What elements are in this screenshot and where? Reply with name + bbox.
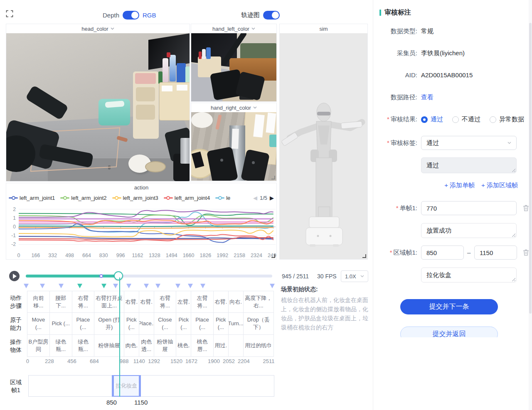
submit-back-button[interactable]: 提交并返回 bbox=[400, 327, 498, 337]
object-cell[interactable]: 肉色. bbox=[124, 335, 139, 356]
region-frame-track[interactable]: 拉化妆盒 bbox=[28, 375, 274, 397]
object-cell[interactable]: 粉饼抽屉 bbox=[154, 335, 176, 356]
legend-item-left_arm_joint2[interactable]: left_arm_joint2 bbox=[60, 195, 106, 201]
timeline-marker-icon[interactable] bbox=[188, 284, 193, 288]
ability-cell[interactable]: Place (... bbox=[72, 313, 94, 334]
region-note-textarea[interactable]: 拉化妆盒 bbox=[421, 268, 517, 282]
object-cell[interactable] bbox=[229, 335, 243, 356]
ability-cell[interactable]: Place (... bbox=[191, 313, 213, 334]
legend-next-icon[interactable]: ▶ bbox=[270, 195, 274, 201]
timeline-slider[interactable] bbox=[26, 275, 272, 277]
timeline-marker-icon[interactable] bbox=[200, 284, 205, 288]
trajectory-toggle[interactable] bbox=[263, 11, 280, 20]
resize-handle-icon[interactable] bbox=[362, 254, 366, 258]
timeline-marker-icon[interactable] bbox=[113, 284, 118, 288]
timeline-marker-icon[interactable] bbox=[101, 284, 106, 288]
radio-option-不通过[interactable]: 不通过 bbox=[452, 115, 480, 123]
ability-cell[interactable]: Move (... bbox=[27, 313, 49, 334]
radio-option-通过[interactable]: 通过 bbox=[421, 115, 443, 123]
timeline-marker-icon[interactable] bbox=[144, 284, 149, 288]
tissue-wad bbox=[191, 112, 213, 128]
ability-cell[interactable]: Turn... bbox=[229, 313, 243, 334]
speed-select[interactable]: 1.0X bbox=[341, 270, 368, 282]
field-value: A2D0015AB00015 bbox=[421, 71, 473, 79]
single-frame-input[interactable]: 770 bbox=[421, 201, 517, 215]
fullscreen-icon[interactable] bbox=[6, 10, 13, 17]
region-right-handle[interactable] bbox=[138, 383, 138, 389]
object-cell[interactable]: 桃色. bbox=[176, 335, 191, 356]
object-cell[interactable]: 肉色透... bbox=[139, 335, 154, 356]
step-cell[interactable]: 左臂. bbox=[176, 291, 191, 313]
play-button[interactable] bbox=[9, 271, 20, 281]
ability-cell[interactable]: Pick (... bbox=[124, 313, 139, 334]
step-cell[interactable]: 向右. bbox=[229, 291, 243, 313]
view-link[interactable]: 查看 bbox=[421, 93, 433, 101]
sim-panel: sim bbox=[279, 24, 368, 260]
slider-handle[interactable] bbox=[114, 271, 123, 280]
object-cell[interactable]: 绿色瓶... bbox=[50, 335, 72, 356]
ability-cell[interactable]: Open (打开) bbox=[94, 313, 124, 334]
timeline-marker-icon[interactable] bbox=[59, 284, 64, 288]
timeline-marker-icon[interactable] bbox=[270, 284, 275, 288]
object-cell[interactable]: 粉饼抽屉 bbox=[94, 335, 124, 356]
scrollbar-thumb[interactable] bbox=[529, 23, 532, 314]
region-left-handle[interactable] bbox=[114, 383, 115, 389]
single-frame-note-textarea[interactable]: 放置成功 bbox=[421, 223, 517, 238]
step-cell[interactable]: 右臂. bbox=[139, 291, 154, 313]
ability-cell[interactable]: Pick (... bbox=[214, 313, 228, 334]
add-region-frame-link[interactable]: + 添加区域帧 bbox=[481, 182, 518, 189]
sim-viewport[interactable] bbox=[280, 33, 367, 259]
step-cell[interactable]: 右臂. bbox=[214, 291, 228, 313]
step-cell[interactable]: 右臂将... bbox=[154, 291, 176, 313]
legend-prev-icon[interactable]: ◀ bbox=[253, 195, 257, 201]
camera-select-hand-right[interactable]: hand_right_color bbox=[191, 103, 276, 112]
timeline-marker-icon[interactable] bbox=[77, 284, 82, 288]
depth-rgb-toggle[interactable] bbox=[123, 11, 139, 20]
action-line-chart[interactable]: 210-1-2016633249866483099611621328149416… bbox=[6, 203, 277, 260]
camera-select-hand-left[interactable]: hand_left_color bbox=[191, 24, 276, 33]
timeline-marker-icon[interactable] bbox=[175, 284, 180, 288]
object-cell[interactable]: 用过的纸巾 bbox=[244, 335, 273, 356]
legend-item-left_arm_joint1[interactable]: left_arm_joint1 bbox=[9, 195, 55, 201]
step-cell[interactable]: 右臂打开桌面上... bbox=[94, 291, 124, 313]
timeline-marker-icon[interactable] bbox=[40, 284, 45, 288]
region-start-input[interactable]: 850 bbox=[421, 246, 464, 260]
ability-cell[interactable]: Close (... bbox=[154, 313, 176, 334]
ability-cell[interactable]: Pick (... bbox=[176, 313, 191, 334]
tag-note-textarea[interactable]: 通过 bbox=[421, 157, 517, 173]
ability-cell[interactable]: Place.. bbox=[139, 313, 154, 334]
step-cell[interactable]: 右臂. bbox=[124, 291, 139, 313]
step-cell[interactable]: 高度下降，右... bbox=[244, 291, 273, 313]
object-cell[interactable]: 用过. bbox=[214, 335, 228, 356]
ability-cell[interactable]: Pick (... bbox=[50, 313, 72, 334]
review-tag-select[interactable]: 通过 bbox=[421, 136, 517, 150]
row-label-steps: 动作步骤 bbox=[8, 291, 23, 313]
object-cell[interactable]: 绿色瓶... bbox=[72, 335, 94, 356]
step-cell[interactable]: 右臂将... bbox=[72, 291, 94, 313]
add-single-frame-link[interactable]: + 添加单帧 bbox=[444, 182, 475, 189]
object-cell[interactable]: B户型房间 bbox=[27, 335, 49, 356]
legend-item-left_arm_joint4[interactable]: left_arm_joint4 bbox=[164, 195, 210, 201]
field-value: 常规 bbox=[421, 27, 433, 35]
radio-option-异常数据[interactable]: 异常数据 bbox=[490, 115, 524, 123]
step-cell[interactable]: 左臂将... bbox=[191, 291, 213, 313]
step-cell[interactable]: 腰部下... bbox=[50, 291, 72, 313]
camera-select-head[interactable]: head_color bbox=[6, 24, 190, 33]
step-cell[interactable]: 向前移... bbox=[27, 291, 49, 313]
resize-handle-icon[interactable] bbox=[271, 176, 275, 179]
region-end-input[interactable]: 1150 bbox=[474, 246, 517, 260]
timeline-marker-icon[interactable] bbox=[126, 284, 131, 288]
timeline-marker-icon[interactable] bbox=[155, 284, 160, 288]
timeline-marker-icon[interactable] bbox=[24, 284, 29, 288]
legend-item-le[interactable]: le bbox=[215, 195, 230, 201]
legend-item-left_arm_joint3[interactable]: left_arm_joint3 bbox=[112, 195, 158, 201]
region-frame-segment[interactable]: 拉化妆盒 bbox=[112, 375, 141, 397]
svg-text:332: 332 bbox=[48, 253, 57, 258]
object-cell[interactable]: 桃色唇... bbox=[191, 335, 213, 356]
single-frame-marker-dot[interactable] bbox=[99, 274, 103, 278]
sim-title-row: sim bbox=[280, 24, 367, 33]
resize-handle-icon[interactable] bbox=[271, 254, 275, 258]
submit-next-button[interactable]: 提交并下一条 bbox=[400, 299, 498, 314]
svg-text:-1: -1 bbox=[11, 233, 16, 238]
ability-cell[interactable]: Drop（丢下） bbox=[244, 313, 273, 334]
